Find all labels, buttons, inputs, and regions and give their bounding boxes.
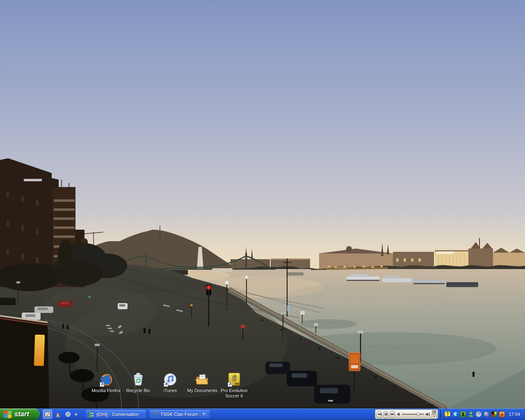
media-player-disc-icon[interactable] bbox=[64, 410, 73, 419]
pause-button[interactable] bbox=[383, 411, 388, 418]
kiosk bbox=[0, 316, 49, 409]
globe-sphere-icon[interactable] bbox=[483, 411, 490, 418]
firefox-icon bbox=[152, 411, 158, 418]
tray-divider bbox=[441, 409, 441, 419]
my-documents-folder-icon bbox=[194, 372, 210, 387]
four-color-quadrant-icon[interactable] bbox=[491, 411, 498, 418]
collapse-toolbar-button[interactable] bbox=[432, 415, 436, 419]
speaker-max-icon bbox=[425, 412, 430, 416]
desktop-icon-itunes[interactable]: iTunes bbox=[154, 372, 186, 399]
volume-control bbox=[397, 412, 430, 416]
start-button-label: start bbox=[14, 411, 32, 418]
messenger-buddy-icon bbox=[88, 411, 94, 418]
itunes-icon bbox=[162, 372, 178, 387]
svg-text:?: ? bbox=[446, 412, 449, 416]
media-disc-icon[interactable] bbox=[475, 411, 482, 418]
desktop-background[interactable]: Mozilla Firefox bbox=[0, 0, 525, 409]
fast-forward-button[interactable] bbox=[390, 411, 395, 418]
start-button[interactable]: start bbox=[0, 409, 40, 420]
orange-a-icon[interactable]: a bbox=[499, 411, 505, 418]
speaker-min-icon bbox=[397, 412, 401, 416]
taskbar-window-buttons: ||OH|| - Conversation TSGK Clan Forum ::… bbox=[85, 409, 210, 420]
taskbar-button-label: TSGK Clan Forum :: P... bbox=[160, 412, 208, 417]
svg-text:a: a bbox=[501, 412, 503, 417]
desktop-icon-my-documents[interactable]: My Documents bbox=[186, 372, 218, 399]
quick-launch-bar: » bbox=[40, 409, 81, 420]
show-desktop-icon[interactable] bbox=[43, 410, 52, 419]
deskband-window-controls bbox=[432, 410, 436, 419]
desktop-icons: Mozilla Firefox bbox=[90, 372, 250, 399]
desktop-icon-label: Pro Evolution Soccer 6 bbox=[215, 388, 253, 399]
taskbar: start bbox=[0, 409, 525, 420]
messenger-buddy-icon[interactable] bbox=[468, 411, 474, 418]
hide-icons-chevron-icon[interactable] bbox=[452, 411, 459, 418]
windows-xp-screen: Mozilla Firefox bbox=[0, 0, 525, 420]
restore-window-button[interactable] bbox=[432, 410, 436, 414]
media-player-toolbar bbox=[375, 409, 438, 419]
volume-slider-knob[interactable] bbox=[417, 413, 420, 416]
firefox-icon bbox=[98, 372, 114, 387]
desktop-icon-mozilla-firefox[interactable]: Mozilla Firefox bbox=[90, 372, 122, 399]
recycle-bin-icon bbox=[130, 372, 146, 387]
vlc-cone-icon[interactable] bbox=[53, 410, 62, 419]
volume-slider[interactable] bbox=[402, 413, 424, 416]
taskbar-button-label: ||OH|| - Conversation bbox=[96, 412, 139, 417]
system-tray: ? bbox=[442, 409, 525, 420]
svg-text:ES: ES bbox=[235, 382, 240, 386]
taskbar-button-messenger-conversation[interactable]: ||OH|| - Conversation bbox=[85, 410, 146, 419]
taskbar-empty-space bbox=[210, 409, 375, 420]
desktop-icon-recycle-bin[interactable]: Recycle Bin bbox=[122, 372, 154, 399]
green-utility-icon[interactable] bbox=[460, 411, 466, 418]
rewind-button[interactable] bbox=[377, 411, 382, 418]
pes6-icon: 6 ES bbox=[226, 372, 242, 387]
windows-flag-icon bbox=[4, 411, 12, 418]
wallpaper-image bbox=[0, 0, 525, 409]
alert-balloon-icon[interactable]: ? bbox=[444, 411, 451, 418]
desktop-icon-pes6[interactable]: 6 ES Pro Evolution Soccer 6 bbox=[218, 372, 250, 399]
quick-launch-overflow-chevron[interactable]: » bbox=[74, 410, 78, 419]
tray-clock[interactable]: 17:04 bbox=[507, 412, 523, 417]
taskbar-button-firefox-forum[interactable]: TSGK Clan Forum :: P... bbox=[149, 410, 210, 419]
